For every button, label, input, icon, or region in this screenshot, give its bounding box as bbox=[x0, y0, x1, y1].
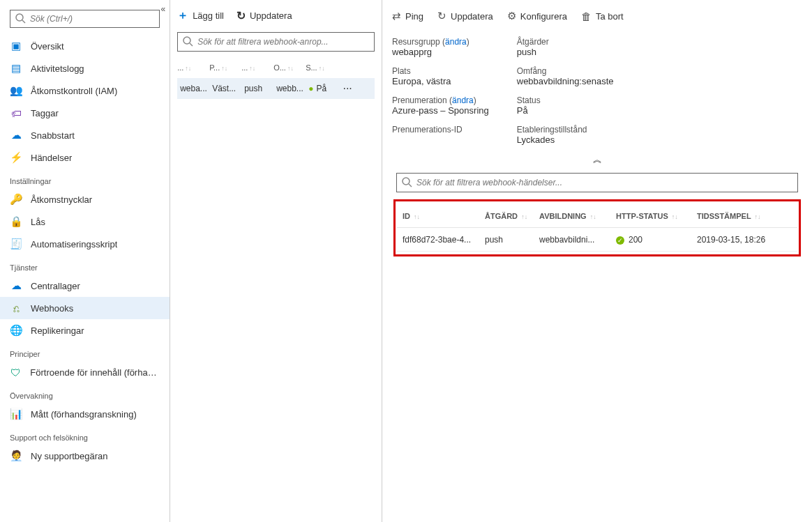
sidebar-search-input[interactable] bbox=[30, 14, 155, 24]
actions-label: Åtgärder bbox=[517, 37, 549, 47]
nav-label: Centrallager bbox=[31, 281, 80, 291]
delete-label: Ta bort bbox=[596, 11, 624, 22]
change-link[interactable]: ändra bbox=[445, 37, 467, 47]
sidebar-item-iam[interactable]: 👥 Åtkomstkontroll (IAM) bbox=[0, 79, 170, 102]
col-timestamp[interactable]: TIDSSTÄMPEL ↑↓ bbox=[697, 212, 792, 220]
col-2[interactable]: ...↑↓ bbox=[241, 63, 273, 72]
sidebar-search[interactable] bbox=[10, 10, 160, 28]
sidebar-item-activity-log[interactable]: ▤ Aktivitetslogg bbox=[0, 57, 170, 79]
plus-icon: ＋ bbox=[177, 8, 188, 23]
provisioning-value: Lyckades bbox=[517, 135, 555, 145]
refresh-label: Uppdatera bbox=[250, 10, 292, 21]
configure-button[interactable]: ⚙ Konfigurera bbox=[507, 10, 567, 22]
status-label: Status bbox=[517, 95, 541, 105]
actions-value: push bbox=[517, 47, 536, 57]
webhook-icon: ⎌ bbox=[10, 302, 22, 314]
col-image[interactable]: AVBILDNING ↑↓ bbox=[539, 212, 616, 220]
sidebar-item-new-support-request[interactable]: 🧑‍💼 Ny supportbegäran bbox=[0, 445, 170, 467]
collapse-props-button[interactable]: ︽ bbox=[392, 149, 802, 173]
refresh-button[interactable]: ↻ Uppdatera bbox=[236, 9, 292, 22]
row-more-button[interactable]: ··· bbox=[340, 82, 354, 95]
left-sidebar: « ▣ Översikt ▤ Aktivitetslogg 👥 Åtkomstk… bbox=[0, 0, 170, 522]
col-4[interactable]: S...↑↓ bbox=[306, 63, 338, 72]
webhooks-toolbar: ＋ Lägg till ↻ Uppdatera bbox=[177, 6, 375, 25]
sidebar-item-repositories[interactable]: ☁ Centrallager bbox=[0, 275, 170, 297]
nav-label: Förtroende för innehåll (förhand... bbox=[30, 367, 160, 378]
webhooks-filter-input[interactable] bbox=[197, 37, 370, 47]
lock-icon: 🔒 bbox=[10, 215, 22, 228]
col-0[interactable]: ...↑↓ bbox=[177, 63, 209, 72]
refresh-icon: ↻ bbox=[236, 9, 246, 22]
col-http[interactable]: HTTP-STATUS ↑↓ bbox=[616, 212, 697, 220]
col-1[interactable]: P...↑↓ bbox=[209, 63, 241, 72]
section-support: Support och felsökning bbox=[0, 425, 170, 445]
tag-icon: 🏷 bbox=[10, 107, 22, 119]
event-timestamp: 2019-03-15, 18:26 bbox=[697, 235, 792, 245]
nav-label: Mått (förhandsgranskning) bbox=[31, 409, 137, 420]
ping-button[interactable]: ⇄ Ping bbox=[392, 10, 423, 22]
webhook-row[interactable]: weba... Väst... push webb... ●På ··· bbox=[177, 78, 375, 99]
sidebar-item-replications[interactable]: 🌐 Replikeringar bbox=[0, 319, 170, 341]
event-row[interactable]: fdf68d72-3bae-4... push webbavbildni... … bbox=[397, 228, 797, 252]
nav-label: Händelser bbox=[31, 153, 72, 163]
check-icon: ✓ bbox=[616, 236, 624, 245]
detail-toolbar: ⇄ Ping ↻ Uppdatera ⚙ Konfigurera 🗑 Ta bo… bbox=[392, 6, 802, 26]
sidebar-item-quickstart[interactable]: ☁ Snabbstart bbox=[0, 124, 170, 146]
nav-label: Snabbstart bbox=[31, 130, 75, 141]
resource-group-value[interactable]: webapprg bbox=[392, 47, 432, 57]
col-action[interactable]: ÅTGÄRD ↑↓ bbox=[485, 212, 539, 220]
support-icon: 🧑‍💼 bbox=[10, 450, 22, 462]
col-3[interactable]: O...↑↓ bbox=[273, 63, 306, 72]
sidebar-item-content-trust[interactable]: 🛡 Förtroende för innehåll (förhand... bbox=[0, 361, 170, 383]
add-button[interactable]: ＋ Lägg till bbox=[177, 8, 224, 23]
event-id: fdf68d72-3bae-4... bbox=[403, 235, 485, 245]
nav-label: Översikt bbox=[31, 41, 64, 52]
webhooks-list-panel: ＋ Lägg till ↻ Uppdatera ...↑↓ P...↑↓ ...… bbox=[170, 0, 382, 522]
sidebar-item-overview[interactable]: ▣ Översikt bbox=[0, 35, 170, 57]
col-id[interactable]: ID ↑↓ bbox=[403, 212, 485, 220]
sidebar-item-webhooks[interactable]: ⎌ Webhooks bbox=[0, 297, 170, 319]
nav-label: Lås bbox=[31, 217, 45, 227]
webhooks-table-header: ...↑↓ P...↑↓ ...↑↓ O...↑↓ S...↑↓ bbox=[177, 57, 375, 78]
delete-button[interactable]: 🗑 Ta bort bbox=[581, 10, 624, 22]
log-icon: ▤ bbox=[10, 62, 22, 75]
sidebar-item-automation-script[interactable]: 🧾 Automatiseringsskript bbox=[0, 233, 170, 255]
people-icon: 👥 bbox=[10, 84, 22, 97]
subscription-value[interactable]: Azure-pass – Sponsring bbox=[392, 105, 489, 116]
event-image: webbavbildni... bbox=[539, 235, 616, 245]
sidebar-item-access-keys[interactable]: 🔑 Åtkomstnycklar bbox=[0, 188, 170, 210]
props-right-column: Åtgärder push Omfång webbavbildning:sena… bbox=[517, 36, 614, 145]
svg-line-3 bbox=[190, 43, 193, 46]
gear-icon: ⚙ bbox=[507, 10, 516, 22]
svg-line-1 bbox=[22, 20, 25, 23]
section-services: Tjänster bbox=[0, 255, 170, 275]
svg-line-5 bbox=[409, 184, 412, 187]
cell-name: weba... bbox=[180, 84, 212, 93]
refresh-icon: ↻ bbox=[437, 10, 446, 22]
cell-location: Väst... bbox=[212, 84, 244, 93]
events-filter-input[interactable] bbox=[416, 178, 793, 187]
webhooks-filter[interactable] bbox=[177, 32, 375, 52]
svg-point-0 bbox=[16, 14, 23, 21]
scope-value: webbavbildning:senaste bbox=[517, 76, 614, 86]
sidebar-item-locks[interactable]: 🔒 Lås bbox=[0, 210, 170, 233]
search-icon bbox=[15, 13, 26, 26]
key-icon: 🔑 bbox=[10, 193, 22, 206]
nav-label: Ny supportbegäran bbox=[31, 451, 108, 461]
nav-label: Replikeringar bbox=[31, 325, 84, 336]
sidebar-item-events[interactable]: ⚡ Händelser bbox=[0, 146, 170, 169]
collapse-icon[interactable]: « bbox=[160, 4, 165, 14]
provisioning-label: Etableringstillstånd bbox=[517, 125, 587, 135]
chart-icon: 📊 bbox=[10, 408, 22, 420]
change-link[interactable]: ändra bbox=[452, 95, 474, 105]
search-icon bbox=[401, 176, 412, 190]
refresh-button[interactable]: ↻ Uppdatera bbox=[437, 10, 493, 22]
sidebar-item-tags[interactable]: 🏷 Taggar bbox=[0, 102, 170, 124]
script-icon: 🧾 bbox=[10, 238, 22, 250]
sidebar-item-metrics[interactable]: 📊 Mått (förhandsgranskning) bbox=[0, 403, 170, 425]
section-settings: Inställningar bbox=[0, 169, 170, 188]
events-table-header: ID ↑↓ ÅTGÄRD ↑↓ AVBILDNING ↑↓ HTTP-STATU… bbox=[397, 204, 797, 228]
events-filter[interactable] bbox=[396, 173, 798, 192]
resource-group-label: Resursgrupp (ändra) bbox=[392, 37, 469, 47]
nav-label: Aktivitetslogg bbox=[31, 63, 84, 74]
